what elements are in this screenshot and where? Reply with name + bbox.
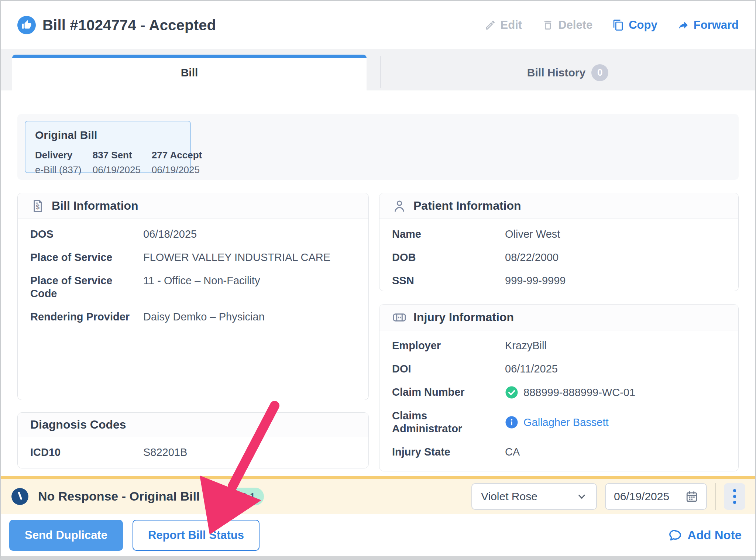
original-bill-title: Original Bill [35,129,181,141]
field-ssn: SSN 999-99-9999 [392,269,726,291]
pencil-icon [484,19,496,31]
bill-accepted-thumbs-up-icon [17,16,36,34]
bill-detail-page: Bill #1024774 - Accepted Edit Delete Cop… [0,0,756,560]
panel-title: Injury Information [413,310,514,324]
bill-document-icon: $ [30,199,45,213]
copy-button[interactable]: Copy [612,18,657,32]
original-bill-delivery: Delivery e-Bill (837) [35,150,82,176]
patient-information-panel: Patient Information Name Oliver West DOB… [379,193,739,291]
status-more-menu-button[interactable] [724,483,745,510]
topbar: Bill #1024774 - Accepted Edit Delete Cop… [1,1,755,49]
assignee-select[interactable]: Violet Rose [471,483,597,510]
field-claims-administrator: Claims Administrator Gallagher Bassett [392,404,726,440]
field-dob: DOB 08/22/2000 [392,246,726,269]
info-icon [505,416,518,429]
tab-bill[interactable]: Bill [12,55,367,90]
add-note-button[interactable]: Add Note [668,528,742,542]
top-actions: Edit Delete Copy Forward [484,18,739,32]
send-duplicate-button[interactable]: Send Duplicate [9,520,123,551]
bill-versions-strip: Original Bill Delivery e-Bill (837) 837 … [17,114,739,180]
kebab-dots-icon [733,489,736,492]
status-title: No Response - Original Bill [38,489,200,504]
dos-badge: DOS: 1-1 [209,488,264,505]
footer-actions: Send Duplicate Report Bill Status Add No… [1,514,755,556]
delete-button[interactable]: Delete [542,18,592,32]
field-icd10: ICD10 S82201B [30,441,356,464]
copy-icon [612,19,624,31]
title-wrap: Bill #1024774 - Accepted [17,16,216,34]
report-bill-status-button[interactable]: Report Bill Status [133,520,260,551]
field-place-of-service-code: Place of Service Code 11 - Office – Non-… [30,269,356,305]
bill-information-panel: $ Bill Information DOS 06/18/2025 Place … [17,193,369,400]
injury-information-panel: Injury Information Employer KrazyBill DO… [379,304,739,471]
field-claim-number: Claim Number 888999-888999-WC-01 [392,381,726,404]
panel-title: Diagnosis Codes [30,418,126,432]
bill-history-count-badge: 0 [591,64,608,81]
tab-bill-history[interactable]: Bill History 0 [381,55,755,90]
forward-arrow-icon [677,19,689,31]
field-injury-state: Injury State CA [392,440,726,464]
field-rendering-provider: Rendering Provider Daisy Demko – Physici… [30,305,356,329]
page-title: Bill #1024774 - Accepted [42,17,216,34]
diagnosis-codes-panel: Diagnosis Codes ICD10 S82201B [17,412,369,468]
calendar-icon [685,490,698,503]
edit-button[interactable]: Edit [484,18,522,32]
verified-check-icon [505,386,518,399]
field-place-of-service: Place of Service FLOWER VALLEY INDUSTRIA… [30,246,356,269]
patient-person-icon [392,199,407,213]
original-bill-card[interactable]: Original Bill Delivery e-Bill (837) 837 … [25,121,191,173]
claims-administrator-link[interactable]: Gallagher Bassett [523,416,609,429]
injury-bandage-icon [392,310,407,325]
original-bill-837-sent: 837 Sent 06/19/2025 [93,150,141,176]
field-doi: DOI 06/11/2025 [392,357,726,381]
field-name: Name Oliver West [392,223,726,246]
status-divider [715,483,716,510]
field-dos: DOS 06/18/2025 [30,223,356,246]
bill-status-bar: No Response - Original Bill DOS: 1-1 Vio… [1,476,755,514]
chevron-down-icon [576,491,587,502]
panel-title: Bill Information [52,199,138,213]
trash-icon [542,19,554,31]
panel-title: Patient Information [413,199,521,213]
speech-bubble-icon [668,528,682,542]
status-date-input[interactable]: 06/19/2025 [605,483,707,510]
main-content: Original Bill Delivery e-Bill (837) 837 … [1,90,755,476]
original-bill-277-accept: 277 Accept 06/19/2025 [152,150,202,176]
field-employer: Employer KrazyBill [392,334,726,357]
tabstrip: Bill Bill History 0 [1,49,755,90]
no-response-clock-icon [11,487,29,506]
svg-text:$: $ [36,203,39,211]
forward-button[interactable]: Forward [677,18,739,32]
